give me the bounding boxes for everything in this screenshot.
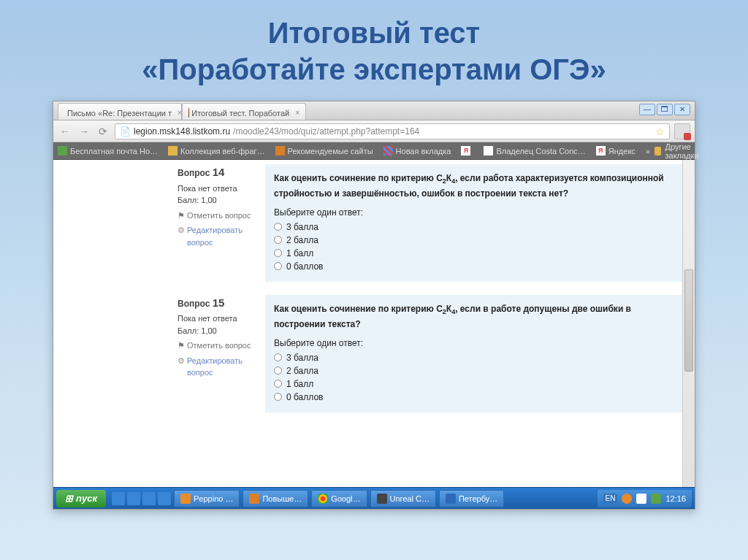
answer-option[interactable]: 3 балла — [274, 353, 682, 363]
start-icon: ⊞ — [65, 493, 73, 504]
bookmark-item[interactable]: Новая вкладка — [383, 146, 451, 156]
task-label: Повыше… — [262, 494, 302, 503]
bookmark-item[interactable]: Коллекция веб-фраг… — [168, 146, 264, 156]
question-text: Как оценить сочинение по критерию С2К4, … — [274, 302, 682, 331]
radio-icon[interactable] — [274, 249, 282, 257]
task-icon — [180, 494, 191, 504]
answer-prompt: Выберите один ответ: — [274, 207, 682, 218]
quick-launch-icon[interactable] — [142, 492, 156, 505]
quick-launch-icon[interactable] — [158, 492, 171, 505]
option-label: 1 балл — [286, 248, 313, 258]
close-button[interactable]: ✕ — [674, 104, 690, 115]
score-label: Балл: 1,00 — [178, 194, 258, 207]
start-button[interactable]: ⊞ пуск — [56, 490, 106, 507]
bookmarks-more[interactable]: » — [646, 147, 650, 156]
answer-option[interactable]: 0 баллов — [274, 392, 682, 402]
reload-button[interactable]: ⟳ — [96, 124, 110, 139]
answer-option[interactable]: 3 балла — [274, 222, 682, 232]
other-bookmarks[interactable]: Другие закладки — [665, 142, 703, 160]
answer-option[interactable]: 1 балл — [274, 248, 682, 258]
flag-label: Отметить вопрос — [187, 210, 251, 222]
bookmark-item[interactable]: Я — [461, 146, 473, 156]
tab-close-icon[interactable]: × — [295, 109, 299, 117]
slide-title-line1: Итоговый тест — [268, 17, 480, 49]
radio-icon[interactable] — [274, 353, 282, 361]
forward-button[interactable]: → — [77, 124, 91, 139]
question-meta: Вопрос 15 Пока нет ответа Балл: 1,00 ⚑От… — [178, 295, 258, 413]
taskbar-item[interactable]: Peppino … — [174, 490, 240, 507]
radio-icon[interactable] — [274, 236, 282, 244]
answer-option[interactable]: 0 баллов — [274, 261, 682, 272]
taskbar-item[interactable]: Unreal C… — [370, 490, 436, 507]
task-label: Петербу… — [459, 494, 497, 503]
answer-option[interactable]: 2 балла — [274, 366, 682, 376]
tray-icon[interactable] — [651, 494, 661, 504]
option-label: 0 баллов — [286, 261, 323, 272]
address-path: /moodle243/mod/quiz/attempt.php?attempt=… — [233, 126, 419, 137]
taskbar-item[interactable]: Googl… — [311, 490, 367, 507]
edit-question[interactable]: ⚙Редактировать вопрос — [178, 355, 258, 379]
bookmark-item[interactable]: Владелец Costa Conc… — [484, 146, 585, 156]
maximize-button[interactable]: 🗖 — [657, 104, 673, 115]
radio-icon[interactable] — [274, 380, 282, 388]
vertical-scrollbar[interactable] — [682, 160, 695, 487]
edit-question[interactable]: ⚙Редактировать вопрос — [178, 224, 258, 248]
tab-quiz[interactable]: Итоговый тест. Поработай × — [182, 103, 306, 120]
tab-mail[interactable]: Письмо «Re: Презентации т × — [58, 103, 182, 120]
minimize-button[interactable]: — — [639, 104, 655, 115]
task-label: Googl… — [331, 494, 360, 503]
task-icon — [377, 494, 387, 504]
bookmark-star-icon[interactable]: ☆ — [655, 126, 665, 137]
bookmark-icon — [58, 146, 67, 156]
edit-label: Редактировать вопрос — [187, 355, 258, 379]
bookmark-icon — [168, 146, 178, 156]
language-indicator[interactable]: EN — [603, 494, 618, 503]
taskbar-item[interactable]: Петербу… — [439, 490, 504, 507]
radio-icon[interactable] — [274, 393, 282, 401]
quick-launch-icon[interactable] — [127, 492, 140, 505]
extension-icon[interactable] — [674, 123, 690, 139]
scrollbar-thumb[interactable] — [684, 269, 693, 372]
yandex-icon: Я — [461, 146, 470, 156]
address-bar[interactable]: 📄 legion.msk148.listkom.ru/moodle243/mod… — [115, 123, 670, 139]
left-column — [53, 160, 178, 487]
address-row: ← → ⟳ 📄 legion.msk148.listkom.ru/moodle2… — [53, 120, 695, 142]
bookmark-icon — [383, 146, 393, 156]
clock[interactable]: 12:16 — [665, 494, 686, 503]
task-label: Peppino … — [194, 494, 233, 503]
radio-icon[interactable] — [274, 367, 282, 375]
flag-question[interactable]: ⚑Отметить вопрос — [178, 340, 258, 352]
answer-option[interactable]: 1 балл — [274, 379, 682, 389]
radio-icon[interactable] — [274, 262, 282, 270]
back-button[interactable]: ← — [58, 124, 72, 139]
option-label: 2 балла — [286, 366, 318, 376]
bookmark-item[interactable]: Бесплатная почта Но… — [58, 146, 158, 156]
tray-icon[interactable] — [622, 494, 632, 504]
bookmark-icon — [275, 146, 285, 156]
bookmark-item[interactable]: ЯЯндекс — [596, 146, 636, 156]
flag-label: Отметить вопрос — [187, 340, 251, 352]
page-icon: 📄 — [120, 126, 131, 137]
quick-launch-icon[interactable] — [112, 492, 125, 505]
chrome-icon — [318, 494, 328, 504]
tab-close-icon[interactable]: × — [178, 109, 182, 117]
bookmark-item[interactable]: Рекомендуемые сайты — [275, 146, 373, 156]
edit-label: Редактировать вопрос — [187, 224, 258, 248]
flag-icon: ⚑ — [178, 210, 185, 222]
flag-question[interactable]: ⚑Отметить вопрос — [178, 210, 258, 222]
answer-options: 3 балла 2 балла 1 балл 0 баллов — [274, 353, 682, 402]
answer-options: 3 балла 2 балла 1 балл 0 баллов — [274, 222, 682, 272]
no-answer-label: Пока нет ответа — [178, 183, 258, 195]
tray-icon[interactable] — [636, 494, 646, 504]
gear-icon: ⚙ — [178, 224, 185, 248]
score-label: Балл: 1,00 — [178, 325, 258, 337]
radio-icon[interactable] — [274, 223, 282, 231]
option-label: 2 балла — [286, 235, 318, 245]
option-label: 1 балл — [286, 379, 313, 389]
question-number: Вопрос 15 — [178, 295, 258, 312]
answer-option[interactable]: 2 балла — [274, 235, 682, 245]
taskbar-item[interactable]: Повыше… — [243, 490, 308, 507]
bookmark-label: Бесплатная почта Но… — [70, 147, 158, 156]
extension-badge — [684, 133, 691, 140]
question-body: Как оценить сочинение по критерию С2К4, … — [265, 295, 690, 413]
